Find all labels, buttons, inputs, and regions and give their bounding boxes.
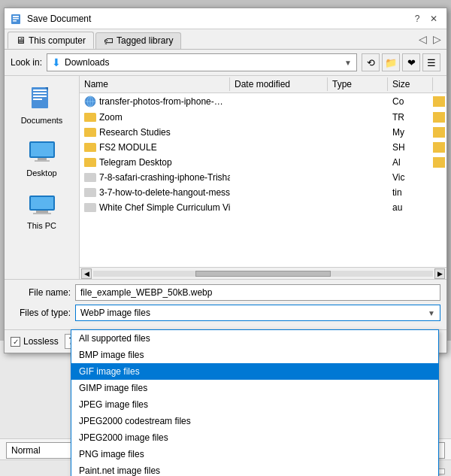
computer-tab-icon: 🖥 [16,35,26,46]
file-extra-cell [433,127,445,138]
file-name-text: FS2 MODULE [99,142,157,153]
file-name-text: 3-7-how-to-delete-hangout-messages-Trish… [99,187,230,198]
table-row[interactable]: 3-7-how-to-delete-hangout-messages-Trish… [80,185,446,200]
file-name-cell: 3-7-how-to-delete-hangout-messages-Trish… [80,186,230,199]
file-extra-cell [433,176,446,179]
table-row[interactable]: 7-8-safari-crashing-iphone-Trisha Vic [80,170,446,185]
folder-icon [84,173,96,182]
filetype-row: Files of type: WebP image files ▼ [11,305,440,321]
title-controls: ? ✕ [410,12,440,26]
file-name-text: Zoom [99,112,123,123]
filetype-value: WebP image files [80,308,428,318]
lookin-combo[interactable]: ⬇ Downloads ▼ [47,53,357,71]
library-tab-icon: 🏷 [104,35,114,47]
sidebar-item-desktop[interactable]: Desktop [12,135,72,180]
svg-rect-12 [38,158,47,160]
horizontal-scrollbar[interactable]: ◀ ▶ [80,267,446,279]
dropdown-item-label: PNG image files [79,449,144,459]
desktop-icon [27,137,57,167]
file-type-cell [328,131,388,134]
file-name-cell: 7-8-safari-crashing-iphone-Trisha [80,171,230,184]
file-size-cell: tin [388,186,433,199]
documents-icon [27,84,57,114]
file-list-area: Name Date modified Type Size [80,76,446,279]
back-btn[interactable]: ⟲ [362,53,380,71]
tab-this-computer-label: This computer [29,35,86,46]
nav-forward-arrow[interactable]: ▷ [431,33,443,45]
dropdown-item-png[interactable]: PNG image files [71,446,438,462]
sidebar-item-documents[interactable]: Documents [12,82,72,127]
filename-input[interactable] [75,284,440,301]
content-area: Documents Desktop [5,76,446,279]
svg-rect-17 [33,213,51,214]
close-button[interactable]: ✕ [427,12,440,26]
folder-icon [84,128,96,137]
bg-normal-dropdown[interactable]: Normal ▼ [6,442,81,459]
header-type[interactable]: Type [328,77,388,91]
desktop-label: Desktop [26,168,56,177]
dropdown-item-jpeg2000[interactable]: JPEG2000 image files [71,429,438,446]
tab-this-computer[interactable]: 🖥 This computer [8,32,94,49]
view-btn[interactable]: ☰ [422,53,440,71]
dropdown-item-label: BMP image files [79,350,144,360]
svg-rect-3 [13,20,17,22]
dropdown-item-bmp[interactable]: BMP image files [71,347,438,363]
table-row[interactable]: Telegram Desktop Al [80,155,446,170]
file-type-cell [328,116,388,119]
nav-back-arrow[interactable]: ◁ [416,33,429,45]
file-type-cell [328,206,388,209]
table-row[interactable]: Research Studies My [80,125,446,140]
header-date[interactable]: Date modified [230,77,328,91]
lookin-label: Look in: [11,57,42,68]
tab-tagged-library[interactable]: 🏷 Tagged library [95,32,181,49]
bookmark-btn[interactable]: ❤ [402,53,420,71]
dropdown-item-jpeg2000-codestream[interactable]: JPEG2000 codestream files [71,413,438,429]
new-folder-btn[interactable]: 📁 [382,53,400,71]
file-date-cell [230,161,328,164]
help-button[interactable]: ? [410,12,424,26]
file-name-cell: Telegram Desktop [80,156,230,169]
scroll-left-btn[interactable]: ◀ [81,268,92,279]
svg-rect-2 [13,18,19,20]
dropdown-item-label: JPEG image files [79,399,148,410]
table-row[interactable]: transfer-photos-from-iphone-to-external-… [80,93,446,110]
svg-rect-6 [33,92,47,94]
save-dialog: Save Document ? ✕ 🖥 This computer 🏷 Tagg… [4,8,447,353]
lookin-toolbar: ⟲ 📁 ❤ ☰ [362,53,440,71]
file-name-text: Telegram Desktop [99,157,172,168]
dropdown-item-label: GIF image files [79,366,140,377]
file-date-cell [230,100,328,103]
scroll-right-btn[interactable]: ▶ [434,268,445,279]
dropdown-item-gimp[interactable]: GIMP image files [71,380,438,396]
form-area: File name: Files of type: WebP image fil… [5,279,446,329]
file-date-cell [230,176,328,179]
file-name-cell: transfer-photos-from-iphone-to-external-… [80,94,230,109]
dropdown-item-all-supported[interactable]: All supported files [71,330,438,347]
dropdown-item-paint-net[interactable]: Paint.net image files [71,462,438,476]
file-list: transfer-photos-from-iphone-to-external-… [80,93,446,267]
header-size[interactable]: Size [388,77,433,91]
file-name-cell: Research Studies [80,126,230,139]
dropdown-item-label: Paint.net image files [79,465,160,476]
scroll-track[interactable] [93,271,433,277]
table-row[interactable]: White Chef Simple Curriculum Vitae au [80,200,446,215]
svg-rect-8 [33,99,42,100]
filetype-select[interactable]: WebP image files ▼ [75,305,440,321]
file-name-cell: White Chef Simple Curriculum Vitae [80,201,230,214]
svg-rect-7 [33,96,47,97]
file-name-text: 7-8-safari-crashing-iphone-Trisha [99,172,230,183]
dropdown-item-gif[interactable]: GIF image files [71,363,438,380]
dialog-title: Save Document [27,14,410,24]
sidebar: Documents Desktop [5,76,80,279]
sidebar-item-thispc[interactable]: This PC [12,187,72,232]
lookin-arrow-icon: ▼ [344,59,352,67]
table-row[interactable]: FS2 MODULE SH [80,140,446,155]
folder-icon [84,113,96,122]
table-row[interactable]: Zoom TR [80,110,446,125]
filetype-label: Files of type: [11,308,71,318]
documents-label: Documents [21,116,63,125]
lossless-checkbox[interactable] [11,337,20,347]
svg-rect-16 [36,211,48,213]
dropdown-item-jpeg[interactable]: JPEG image files [71,396,438,413]
header-name[interactable]: Name [80,77,230,91]
